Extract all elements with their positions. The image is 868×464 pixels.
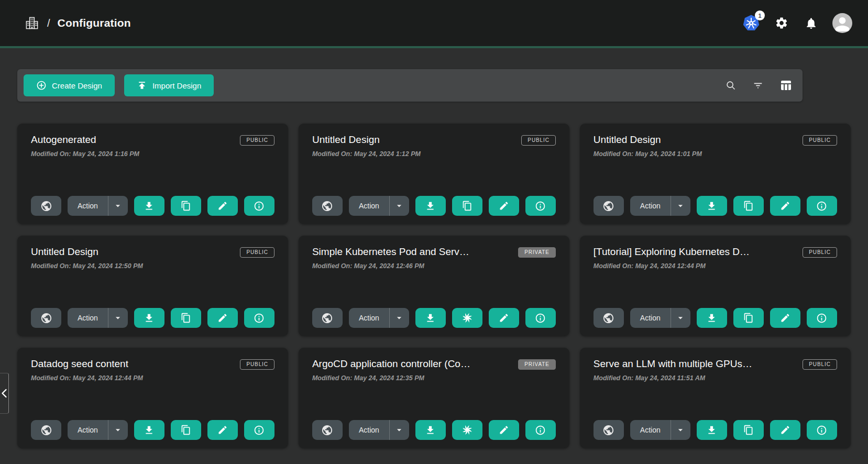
action-button[interactable]: Action (68, 308, 108, 328)
download-button[interactable] (697, 420, 727, 440)
visibility-globe-button[interactable] (312, 308, 343, 328)
action-button[interactable]: Action (630, 196, 671, 216)
clone-button[interactable] (171, 308, 201, 328)
header-actions: 1 (742, 13, 852, 33)
clone-button[interactable] (452, 308, 482, 328)
design-title: Datadog seed content (31, 358, 128, 370)
info-button[interactable] (525, 420, 556, 440)
action-dropdown-button[interactable] (108, 196, 128, 216)
visibility-globe-button[interactable] (594, 196, 624, 216)
info-button[interactable] (244, 308, 274, 328)
download-icon (144, 313, 155, 324)
download-button[interactable] (134, 196, 164, 216)
info-button[interactable] (807, 420, 837, 440)
download-button[interactable] (134, 420, 164, 440)
clone-button[interactable] (733, 196, 764, 216)
action-dropdown-button[interactable] (390, 420, 409, 440)
edit-button[interactable] (489, 308, 519, 328)
page-title: Configuration (58, 17, 131, 29)
clone-button[interactable] (171, 420, 201, 440)
edit-button[interactable] (207, 196, 238, 216)
chevron-down-icon (675, 313, 686, 323)
action-dropdown-button[interactable] (671, 196, 690, 216)
edit-button[interactable] (207, 420, 238, 440)
kubernetes-context-button[interactable]: 1 (742, 14, 760, 32)
design-title: Simple Kubernetes Pod and Serv… (312, 246, 469, 258)
visibility-globe-button[interactable] (594, 420, 624, 440)
download-icon (706, 313, 717, 324)
visibility-globe-button[interactable] (31, 420, 61, 440)
clone-button[interactable] (452, 196, 482, 216)
visibility-globe-button[interactable] (31, 196, 61, 216)
action-split-button: Action (349, 196, 409, 216)
pencil-icon (499, 425, 509, 435)
info-icon (535, 425, 546, 436)
action-split-button: Action (349, 420, 409, 440)
designs-toolbar: Create Design Import Design (17, 69, 803, 102)
design-title: Serve an LLM with multiple GPUs… (594, 358, 752, 370)
info-button[interactable] (525, 196, 556, 216)
visibility-globe-button[interactable] (31, 308, 61, 328)
edit-button[interactable] (489, 196, 519, 216)
download-button[interactable] (415, 196, 446, 216)
visibility-globe-button[interactable] (312, 196, 343, 216)
info-button[interactable] (244, 420, 274, 440)
clone-button[interactable] (452, 420, 482, 440)
info-button[interactable] (244, 196, 274, 216)
action-split-button: Action (68, 308, 128, 328)
action-button[interactable]: Action (630, 308, 671, 328)
breadcrumb: / Configuration (24, 15, 131, 31)
action-dropdown-button[interactable] (671, 308, 690, 328)
chevron-down-icon (113, 201, 123, 211)
action-dropdown-button[interactable] (108, 420, 128, 440)
organization-building-icon[interactable] (24, 15, 40, 31)
settings-gear-icon[interactable] (774, 15, 789, 31)
action-dropdown-button[interactable] (671, 420, 690, 440)
action-dropdown-button[interactable] (390, 308, 409, 328)
filter-icon[interactable] (752, 80, 764, 91)
clone-button[interactable] (171, 196, 201, 216)
visibility-globe-button[interactable] (312, 420, 343, 440)
action-button[interactable]: Action (349, 196, 389, 216)
info-button[interactable] (525, 308, 556, 328)
user-avatar[interactable] (832, 13, 852, 33)
action-button[interactable]: Action (349, 420, 389, 440)
action-button[interactable]: Action (68, 420, 108, 440)
design-title: [Tutorial] Exploring Kubernetes D… (594, 246, 750, 258)
create-design-button[interactable]: Create Design (24, 74, 115, 96)
action-button[interactable]: Action (349, 308, 389, 328)
edit-button[interactable] (207, 308, 238, 328)
info-button[interactable] (807, 308, 837, 328)
pencil-icon (217, 201, 228, 211)
import-design-button[interactable]: Import Design (124, 74, 214, 96)
edit-button[interactable] (770, 308, 800, 328)
edit-button[interactable] (489, 420, 519, 440)
copy-icon (743, 201, 754, 211)
notifications-bell-icon[interactable] (803, 15, 819, 31)
download-button[interactable] (134, 308, 164, 328)
info-icon (254, 201, 265, 212)
action-button[interactable]: Action (68, 196, 108, 216)
search-icon[interactable] (725, 80, 737, 91)
edit-button[interactable] (770, 196, 800, 216)
download-button[interactable] (415, 308, 446, 328)
action-button[interactable]: Action (630, 420, 671, 440)
globe-icon (321, 424, 333, 436)
edit-button[interactable] (770, 420, 800, 440)
clone-button[interactable] (733, 308, 764, 328)
download-button[interactable] (697, 196, 727, 216)
action-dropdown-button[interactable] (108, 308, 128, 328)
design-title: Untitled Design (31, 246, 98, 258)
visibility-globe-button[interactable] (594, 308, 624, 328)
design-title: ArgoCD application controller (Co… (312, 358, 470, 370)
clone-button[interactable] (733, 420, 764, 440)
sidebar-expand-handle[interactable] (0, 373, 9, 414)
action-dropdown-button[interactable] (390, 196, 409, 216)
download-button[interactable] (697, 308, 727, 328)
download-icon (144, 201, 155, 212)
modified-on-label: Modified On: May 24, 2024 12:50 PM (31, 262, 274, 270)
table-view-icon[interactable] (779, 79, 792, 92)
download-button[interactable] (415, 420, 446, 440)
globe-icon (602, 200, 614, 212)
info-button[interactable] (807, 196, 837, 216)
